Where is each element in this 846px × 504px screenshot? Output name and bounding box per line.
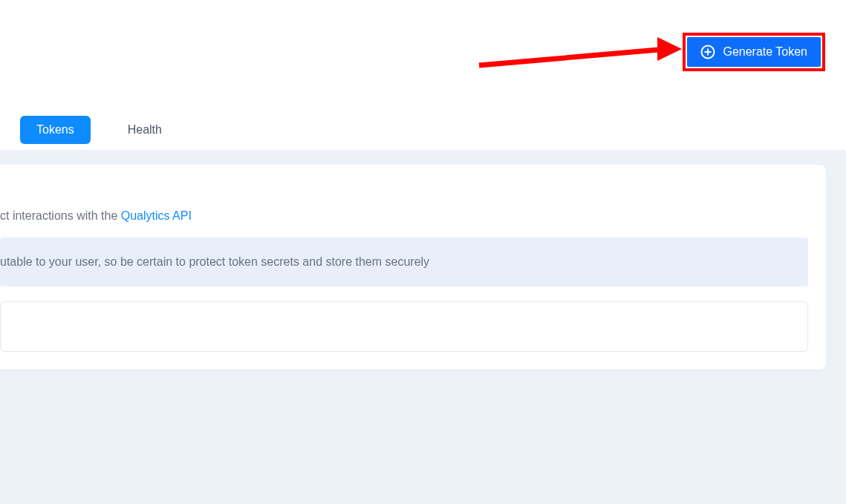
generate-token-button[interactable]: Generate Token [687, 37, 821, 67]
info-banner-text: utable to your user, so be certain to pr… [0, 255, 429, 268]
generate-button-label: Generate Token [723, 45, 807, 59]
token-list-container [0, 301, 808, 352]
generate-button-highlight: Generate Token [683, 33, 825, 71]
api-link[interactable]: Qualytics API [121, 209, 192, 222]
tabs-bar: Tokens Health [0, 71, 846, 144]
description-prefix: ct interactions with the [0, 209, 121, 222]
description-text: ct interactions with the Qualytics API [0, 209, 808, 223]
tab-tokens[interactable]: Tokens [20, 116, 91, 144]
info-banner: utable to your user, so be certain to pr… [0, 238, 808, 287]
top-bar: Generate Token [0, 0, 846, 71]
tab-health[interactable]: Health [111, 116, 178, 144]
content-area: ct interactions with the Qualytics API u… [0, 150, 846, 504]
plus-circle-icon [700, 45, 715, 59]
tokens-card: ct interactions with the Qualytics API u… [0, 165, 826, 370]
